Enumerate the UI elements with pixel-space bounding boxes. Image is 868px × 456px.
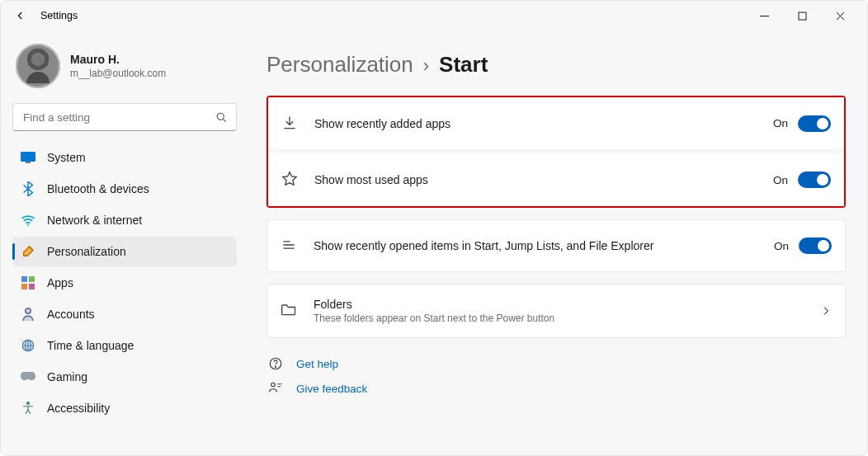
search-input[interactable] bbox=[21, 110, 215, 125]
svg-rect-6 bbox=[29, 276, 35, 282]
window-controls bbox=[745, 2, 859, 29]
arrow-left-icon bbox=[14, 9, 27, 22]
sidebar-item-gaming[interactable]: Gaming bbox=[12, 362, 237, 392]
star-icon bbox=[281, 171, 300, 189]
help-icon bbox=[268, 356, 283, 371]
get-help-link[interactable]: Get help bbox=[268, 356, 846, 371]
system-icon bbox=[21, 150, 35, 165]
svg-rect-2 bbox=[21, 152, 35, 162]
search-icon bbox=[215, 111, 228, 124]
toggle-state: On bbox=[774, 240, 789, 252]
minimize-icon bbox=[760, 12, 769, 21]
profile-name: Mauro H. bbox=[70, 53, 166, 66]
give-feedback-link[interactable]: Give feedback bbox=[268, 381, 846, 396]
breadcrumb: Personalization › Start bbox=[267, 52, 846, 78]
chevron-right-icon bbox=[820, 305, 832, 317]
setting-description: These folders appear on Start next to th… bbox=[314, 313, 554, 324]
sidebar-item-time-language[interactable]: Time & language bbox=[12, 331, 237, 360]
gaming-icon bbox=[21, 369, 35, 384]
svg-point-9 bbox=[26, 308, 31, 313]
svg-point-4 bbox=[27, 224, 29, 226]
svg-rect-3 bbox=[26, 162, 31, 163]
list-icon bbox=[281, 237, 299, 255]
folder-icon bbox=[281, 302, 299, 320]
main-content: Personalization › Start Show recently ad… bbox=[248, 31, 867, 455]
setting-folders[interactable]: Folders These folders appear on Start ne… bbox=[267, 284, 846, 338]
profile-block[interactable]: Mauro H. m__lab@outlook.com bbox=[12, 44, 237, 88]
svg-point-1 bbox=[217, 113, 224, 120]
svg-rect-8 bbox=[29, 284, 35, 289]
settings-window: Settings Mauro H. m__lab@outlook.com bbox=[0, 0, 868, 456]
person-icon bbox=[21, 307, 35, 322]
toggle-state: On bbox=[773, 174, 788, 186]
setting-label: Show most used apps bbox=[314, 173, 428, 186]
svg-rect-0 bbox=[799, 12, 806, 20]
sidebar-item-apps[interactable]: Apps bbox=[12, 268, 237, 298]
sidebar-item-label: Gaming bbox=[47, 370, 87, 383]
search-box[interactable] bbox=[12, 103, 237, 131]
sidebar-item-accounts[interactable]: Accounts bbox=[12, 299, 237, 329]
chevron-right-icon: › bbox=[423, 55, 429, 77]
sidebar-item-label: System bbox=[47, 151, 86, 164]
toggle-switch[interactable] bbox=[798, 172, 831, 188]
toggle-state: On bbox=[773, 117, 788, 129]
svg-point-14 bbox=[275, 366, 276, 367]
setting-recent-items[interactable]: Show recently opened items in Start, Jum… bbox=[267, 219, 846, 272]
sidebar: Mauro H. m__lab@outlook.com System bbox=[1, 31, 248, 455]
back-button[interactable] bbox=[9, 9, 32, 22]
maximize-button[interactable] bbox=[783, 2, 821, 29]
sidebar-item-label: Apps bbox=[47, 276, 73, 289]
sidebar-item-bluetooth[interactable]: Bluetooth & devices bbox=[12, 174, 237, 204]
link-text[interactable]: Get help bbox=[296, 358, 338, 370]
sidebar-item-label: Personalization bbox=[47, 245, 126, 258]
svg-point-15 bbox=[271, 383, 276, 387]
sidebar-item-label: Bluetooth & devices bbox=[47, 182, 149, 195]
sidebar-item-system[interactable]: System bbox=[12, 143, 237, 172]
avatar bbox=[16, 44, 60, 88]
breadcrumb-parent[interactable]: Personalization bbox=[267, 52, 413, 78]
paintbrush-icon bbox=[21, 244, 35, 259]
svg-point-12 bbox=[27, 402, 30, 405]
accessibility-icon bbox=[21, 401, 35, 416]
wifi-icon bbox=[21, 213, 35, 228]
setting-label: Folders bbox=[314, 298, 554, 311]
sidebar-item-label: Network & internet bbox=[47, 214, 142, 227]
highlight-box: Show recently added apps On Show most us… bbox=[267, 96, 846, 208]
setting-label: Show recently added apps bbox=[314, 117, 451, 130]
toggle-switch[interactable] bbox=[798, 115, 831, 132]
apps-icon bbox=[21, 275, 35, 290]
bluetooth-icon bbox=[21, 181, 35, 196]
close-button[interactable] bbox=[821, 2, 859, 29]
maximize-icon bbox=[798, 12, 807, 21]
sidebar-item-label: Accounts bbox=[47, 308, 95, 321]
toggle-switch[interactable] bbox=[799, 237, 832, 254]
feedback-icon bbox=[268, 381, 283, 396]
sidebar-item-personalization[interactable]: Personalization bbox=[12, 237, 237, 266]
sidebar-item-network[interactable]: Network & internet bbox=[12, 205, 237, 235]
profile-email: m__lab@outlook.com bbox=[70, 68, 166, 79]
nav-list: System Bluetooth & devices Network & int… bbox=[12, 143, 237, 423]
setting-recently-added-apps[interactable]: Show recently added apps On bbox=[268, 97, 844, 150]
download-icon bbox=[281, 115, 300, 133]
titlebar: Settings bbox=[1, 1, 867, 31]
svg-rect-7 bbox=[21, 284, 27, 289]
close-icon bbox=[836, 12, 845, 21]
setting-label: Show recently opened items in Start, Jum… bbox=[314, 239, 653, 252]
setting-most-used-apps[interactable]: Show most used apps On bbox=[268, 153, 844, 206]
link-text[interactable]: Give feedback bbox=[296, 383, 367, 395]
minimize-button[interactable] bbox=[745, 2, 783, 29]
footer-links: Get help Give feedback bbox=[267, 356, 846, 412]
sidebar-item-label: Accessibility bbox=[47, 402, 110, 415]
sidebar-item-label: Time & language bbox=[47, 339, 134, 352]
globe-clock-icon bbox=[21, 338, 35, 353]
breadcrumb-current: Start bbox=[439, 52, 488, 78]
app-title: Settings bbox=[40, 10, 78, 21]
sidebar-item-accessibility[interactable]: Accessibility bbox=[12, 393, 237, 423]
svg-rect-5 bbox=[21, 276, 27, 282]
